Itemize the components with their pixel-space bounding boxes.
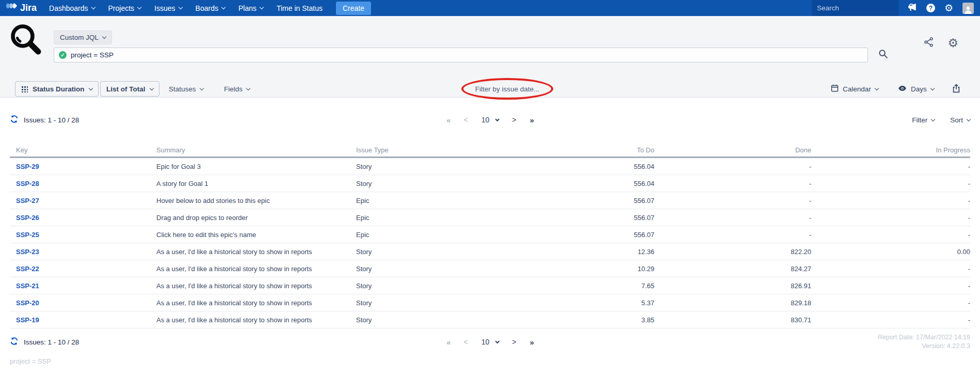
help-icon[interactable]: ? xyxy=(926,4,935,12)
last-page-button[interactable]: » xyxy=(529,338,533,347)
first-page-button[interactable]: « xyxy=(446,116,450,124)
issues-count-label: Issues: 1 - 10 / 28 xyxy=(10,337,79,347)
nav-projects[interactable]: Projects xyxy=(108,4,141,12)
issue-key-link[interactable]: SSP-21 xyxy=(10,282,156,290)
nav-boards[interactable]: Boards xyxy=(196,4,225,12)
report-type-dropdown[interactable]: Status Duration xyxy=(15,81,99,97)
global-search-input[interactable] xyxy=(817,4,908,12)
refresh-icon[interactable] xyxy=(10,337,19,347)
in-progress-cell: - xyxy=(811,231,970,239)
issue-type-cell: Epic xyxy=(356,231,501,239)
refresh-icon[interactable] xyxy=(10,115,19,125)
done-cell: - xyxy=(654,214,811,222)
summary-cell: Epic for Goal 3 xyxy=(156,163,356,170)
page-size-dropdown[interactable]: 10 xyxy=(481,116,499,124)
summary-cell: As a user, I'd like a historical story t… xyxy=(156,299,356,307)
jira-logo-icon xyxy=(6,2,17,15)
issue-type-cell: Story xyxy=(356,282,501,290)
next-page-button[interactable]: > xyxy=(512,116,516,124)
run-query-search-icon[interactable] xyxy=(878,49,888,61)
create-button[interactable]: Create xyxy=(336,2,371,15)
issue-key-link[interactable]: SSP-29 xyxy=(10,163,156,170)
issue-key-link[interactable]: SSP-28 xyxy=(10,180,156,187)
prev-page-button[interactable]: < xyxy=(464,338,468,346)
chevron-down-icon xyxy=(91,5,95,9)
nav-dashboards[interactable]: Dashboards xyxy=(49,4,95,12)
query-mode-dropdown[interactable]: Custom JQL xyxy=(54,30,112,44)
issue-row: SSP-20 As a user, I'd like a historical … xyxy=(10,294,970,311)
in-progress-cell: 0.00 xyxy=(811,248,970,256)
export-icon xyxy=(952,84,960,95)
in-progress-cell: - xyxy=(811,180,970,187)
column-header-key: Key xyxy=(10,146,156,154)
issue-type-cell: Story xyxy=(356,180,501,187)
issue-row: SSP-26 Drag and drop epics to reorder Ep… xyxy=(10,209,970,226)
issue-key-link[interactable]: SSP-27 xyxy=(10,197,156,205)
issue-date-filter[interactable]: Filter by issue date... xyxy=(464,81,550,97)
column-header-issue-type: Issue Type xyxy=(356,146,501,154)
to-do-cell: 5.37 xyxy=(501,299,654,307)
calendar-dropdown[interactable]: Calendar xyxy=(831,81,878,97)
in-progress-cell: - xyxy=(811,316,970,324)
chevron-down-icon xyxy=(875,86,879,90)
issue-key-link[interactable]: SSP-19 xyxy=(10,316,156,324)
prev-page-button[interactable]: < xyxy=(464,116,468,124)
nav-plans[interactable]: Plans xyxy=(238,4,263,12)
next-page-button[interactable]: > xyxy=(512,338,516,346)
export-button[interactable] xyxy=(952,81,960,97)
nav-issues[interactable]: Issues xyxy=(154,4,182,12)
chevron-down-icon xyxy=(495,339,499,343)
first-page-button[interactable]: « xyxy=(446,338,450,347)
jql-query-input[interactable]: ✓ project = SSP xyxy=(54,48,868,62)
nav-time-in-status[interactable]: Time in Status xyxy=(277,4,323,12)
column-header-summary: Summary xyxy=(156,146,356,154)
jira-logo[interactable]: Jira xyxy=(6,2,37,15)
time-unit-dropdown[interactable]: Days xyxy=(898,81,934,97)
pager-controls: « < 10 > » xyxy=(446,338,534,347)
in-progress-cell: - xyxy=(811,214,970,222)
done-cell: 824.27 xyxy=(654,265,811,273)
chevron-down-icon xyxy=(199,86,203,90)
admin-gear-icon[interactable]: ⚙ xyxy=(944,3,953,13)
share-icon[interactable] xyxy=(923,37,934,50)
jql-valid-check-icon: ✓ xyxy=(59,51,67,59)
report-version: Version: 4.22.0.3 xyxy=(878,342,970,351)
issue-key-link[interactable]: SSP-26 xyxy=(10,214,156,222)
calendar-icon xyxy=(831,84,839,93)
top-navigation-bar: Jira Dashboards Projects Issues Boards P… xyxy=(0,0,980,16)
fields-dropdown[interactable]: Fields xyxy=(224,81,250,97)
to-do-cell: 556.07 xyxy=(501,231,654,239)
user-avatar[interactable] xyxy=(962,3,974,14)
eye-icon xyxy=(898,85,907,93)
to-do-cell: 10.29 xyxy=(501,265,654,273)
summary-cell: As a user, I'd like a historical story t… xyxy=(156,316,356,324)
to-do-cell: 556.07 xyxy=(501,197,654,205)
summary-cell: Hover below to add stories to this epic xyxy=(156,197,356,205)
chevron-down-icon xyxy=(88,86,92,90)
to-do-cell: 556.04 xyxy=(501,180,654,187)
done-cell: - xyxy=(654,197,811,205)
statuses-dropdown[interactable]: Statuses xyxy=(169,81,203,97)
issue-key-link[interactable]: SSP-23 xyxy=(10,248,156,256)
grid-icon xyxy=(21,86,28,92)
sort-dropdown[interactable]: Sort xyxy=(950,116,970,124)
issue-type-cell: Story xyxy=(356,316,501,324)
issue-key-link[interactable]: SSP-20 xyxy=(10,299,156,307)
settings-gear-icon[interactable]: ⚙ xyxy=(947,37,958,49)
pager-controls: « < 10 > » xyxy=(446,116,534,124)
filter-dropdown[interactable]: Filter xyxy=(912,116,935,124)
page-size-dropdown[interactable]: 10 xyxy=(481,338,499,346)
chevron-down-icon xyxy=(149,86,153,90)
column-header-in-progress: In Progress xyxy=(811,146,970,154)
issue-type-cell: Epic xyxy=(356,214,501,222)
last-page-button[interactable]: » xyxy=(529,116,533,124)
issue-key-link[interactable]: SSP-25 xyxy=(10,231,156,239)
table-header-row: Key Summary Issue Type To Do Done In Pro… xyxy=(10,143,970,156)
in-progress-cell: - xyxy=(811,299,970,307)
brand-text: Jira xyxy=(20,3,37,13)
announcements-icon[interactable] xyxy=(908,3,917,13)
chevron-down-icon xyxy=(246,86,250,90)
view-type-dropdown[interactable]: List of Total xyxy=(100,81,159,97)
issue-key-link[interactable]: SSP-22 xyxy=(10,265,156,273)
global-search-box[interactable] xyxy=(812,0,898,16)
